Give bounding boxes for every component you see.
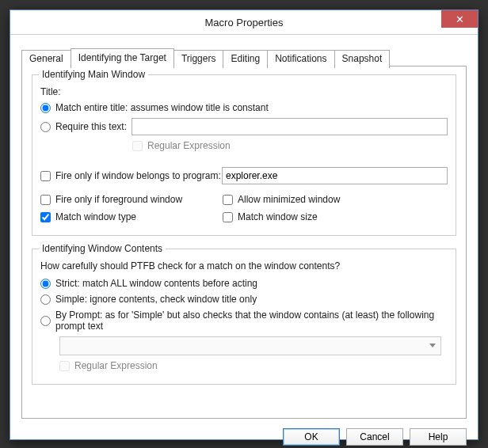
label-match-window-type: Match window type: [55, 211, 136, 222]
tab-editing[interactable]: Editing: [223, 50, 268, 68]
checkbox-title-regex: [132, 141, 143, 151]
tab-identifying-target[interactable]: Identifying the Target: [71, 48, 174, 66]
checkbox-prompt-regex: [59, 361, 70, 371]
dialog-window: Macro Properties ✕ General Identifying t…: [10, 9, 478, 440]
select-prompt-text[interactable]: [59, 336, 441, 355]
ok-button[interactable]: OK: [283, 428, 340, 446]
label-title: Title:: [40, 86, 61, 97]
tab-triggers[interactable]: Triggers: [173, 50, 224, 68]
label-title-regex: Regular Expression: [147, 140, 231, 151]
close-button[interactable]: ✕: [441, 10, 478, 28]
tab-general[interactable]: General: [21, 50, 71, 68]
tab-notifications[interactable]: Notifications: [267, 50, 334, 68]
label-fire-foreground: Fire only if foreground window: [55, 194, 182, 205]
label-allow-minimized: Allow minimized window: [238, 194, 340, 205]
checkbox-allow-minimized[interactable]: [223, 195, 233, 205]
radio-match-entire-title[interactable]: [40, 103, 51, 113]
label-strict: Strict: match ALL window contents before…: [55, 278, 257, 289]
label-contents-question: How carefully should PTFB check for a ma…: [40, 260, 448, 271]
label-require-text: Require this text:: [55, 121, 128, 132]
label-match-entire-title: Match entire title: assumes window title…: [55, 102, 269, 113]
radio-require-text[interactable]: [40, 122, 51, 132]
fieldset-window-contents: Identifying Window Contents How carefull…: [32, 249, 456, 385]
label-prompt-regex: Regular Expression: [74, 360, 158, 371]
button-bar: OK Cancel Help: [21, 428, 467, 446]
close-icon: ✕: [456, 13, 464, 25]
radio-strict[interactable]: [40, 279, 51, 289]
fieldset-main-window: Identifying Main Window Title: Match ent…: [32, 74, 456, 236]
titlebar: Macro Properties ✕: [10, 10, 478, 35]
label-match-window-size: Match window size: [238, 211, 318, 222]
legend-main-window: Identifying Main Window: [39, 69, 148, 80]
checkbox-match-window-size[interactable]: [223, 212, 233, 222]
dialog-content: General Identifying the Target Triggers …: [10, 35, 478, 448]
input-program[interactable]: [222, 167, 448, 184]
tab-snapshot[interactable]: Snapshot: [334, 50, 391, 68]
label-by-prompt: By Prompt: as for 'Simple' but also chec…: [55, 309, 448, 332]
tab-strip: General Identifying the Target Triggers …: [21, 48, 467, 66]
cancel-button[interactable]: Cancel: [346, 428, 403, 446]
tab-panel: Identifying Main Window Title: Match ent…: [21, 66, 467, 419]
checkbox-fire-program[interactable]: [40, 171, 51, 181]
window-title: Macro Properties: [205, 17, 284, 28]
label-fire-program: Fire only if window belongs to program:: [55, 170, 222, 181]
help-button[interactable]: Help: [410, 428, 467, 446]
checkbox-fire-foreground[interactable]: [40, 195, 51, 205]
radio-simple[interactable]: [40, 294, 51, 305]
label-simple: Simple: ignore contents, check window ti…: [55, 294, 257, 305]
legend-window-contents: Identifying Window Contents: [39, 243, 166, 254]
checkbox-match-window-type[interactable]: [40, 212, 51, 222]
input-require-text[interactable]: [132, 118, 448, 135]
radio-by-prompt[interactable]: [40, 316, 51, 326]
